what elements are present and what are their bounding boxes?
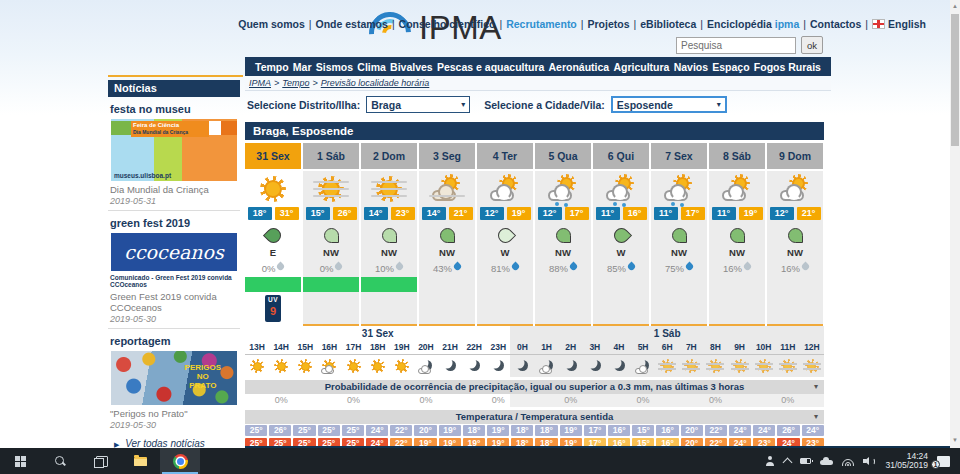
day-tab[interactable]: 5 Qua: [535, 143, 591, 169]
top-link[interactable]: Contactos: [810, 18, 861, 30]
day-tab[interactable]: 4 Ter: [477, 143, 533, 169]
top-link[interactable]: Conselho científico: [399, 18, 496, 30]
weather-icon-sun-cloud-rain: [661, 173, 697, 205]
chrome-icon: [173, 454, 188, 469]
news-item-title[interactable]: green fest 2019: [110, 217, 240, 229]
notification-center-icon[interactable]: 1: [937, 456, 950, 467]
chevron-down-icon[interactable]: ▾: [814, 380, 818, 394]
taskbar-search-button[interactable]: [40, 448, 80, 474]
nav-item[interactable]: Espaço: [712, 61, 749, 73]
scroll-up-icon[interactable]: ▲: [950, 0, 960, 12]
nav-item[interactable]: Aeronáutica: [549, 61, 610, 73]
max-temp-badge: 21°: [797, 207, 821, 220]
wifi-icon[interactable]: [842, 457, 854, 466]
uv-value: 9: [265, 305, 281, 318]
day-tab[interactable]: 6 Qui: [593, 143, 649, 169]
breadcrumb-link[interactable]: IPMA: [249, 78, 271, 88]
scrollbar-thumb[interactable]: [951, 14, 959, 146]
battery-icon[interactable]: [800, 458, 811, 464]
start-button[interactable]: [0, 448, 40, 474]
news-item-title[interactable]: reportagem: [110, 335, 240, 347]
top-link[interactable]: English: [888, 18, 926, 30]
breadcrumb-link[interactable]: Tempo: [282, 78, 309, 88]
day-tab[interactable]: 31 Sex: [245, 143, 301, 169]
hour-label: 6H: [655, 341, 679, 355]
chrome-button[interactable]: [160, 448, 200, 474]
temperature-cell: 22°: [390, 425, 412, 436]
hour-label: 2H: [559, 341, 583, 355]
breadcrumb-link[interactable]: Previsão localidade horária: [321, 78, 430, 88]
day-tab[interactable]: 7 Sex: [651, 143, 707, 169]
taskbar-clock[interactable]: 14:24 31/05/2019: [885, 452, 928, 471]
hour-label: 5H: [631, 341, 655, 355]
hour-label: 10H: [752, 341, 776, 355]
weather-icon-haze: [803, 357, 821, 375]
temperature-cell: 19°: [439, 425, 461, 436]
news-sidebar: Notícias festa no museu Feira de Ciência…: [108, 80, 240, 448]
precipitation-probability: 0%: [245, 259, 301, 277]
district-select[interactable]: Braga ▾: [366, 96, 470, 113]
day-tab[interactable]: 2 Dom: [361, 143, 417, 169]
day-weather-icon: [651, 171, 707, 207]
day-tab[interactable]: 9 Dom: [767, 143, 823, 169]
city-select[interactable]: Esposende ▾: [611, 96, 727, 113]
max-temp-badge: 19°: [507, 207, 531, 220]
all-news-link-label: Ver todas notícias: [125, 438, 205, 448]
day-column: 6 Qui11°16°W85%: [593, 143, 649, 327]
droplet-icon: [743, 262, 753, 272]
sidebar-accent-line: [108, 75, 243, 77]
chevron-down-icon[interactable]: ▾: [814, 410, 818, 424]
hourly-weather-cell: [438, 355, 462, 377]
uv-label: UV: [265, 295, 281, 305]
all-news-link[interactable]: ▶ Ver todas notícias: [114, 438, 240, 448]
news-arrow-icon: ▶: [114, 441, 119, 448]
tray-chevron-up-icon[interactable]: [783, 458, 793, 468]
day-tab[interactable]: 1 Sáb: [303, 143, 359, 169]
day-tab[interactable]: 8 Sáb: [709, 143, 765, 169]
status-bar: [419, 277, 475, 292]
onedrive-icon[interactable]: [820, 460, 833, 465]
people-icon[interactable]: [765, 456, 775, 466]
temperature-section-header: Temperatura / Temperatura sentida ▾: [245, 410, 824, 424]
search-input[interactable]: [676, 37, 796, 54]
day-tab[interactable]: 3 Seg: [419, 143, 475, 169]
nav-item[interactable]: Navios: [674, 61, 708, 73]
search-ok-button[interactable]: ok: [801, 36, 823, 54]
nav-item[interactable]: Bivalves: [390, 61, 433, 73]
nav-item[interactable]: Mar: [293, 61, 312, 73]
top-link[interactable]: Onde estamos: [316, 18, 388, 30]
droplet-icon: [334, 262, 344, 272]
top-link[interactable]: Quem somos: [238, 18, 305, 30]
news-item-title[interactable]: festa no museu: [110, 103, 240, 115]
news-item-image[interactable]: Feira de Ciência Dia Mundial da Criança …: [111, 119, 237, 181]
min-temp-badge: 11°: [596, 207, 620, 220]
poster-title: Feira de Ciência: [133, 122, 179, 128]
news-item-image[interactable]: ccoceanos: [111, 233, 237, 271]
vertical-scrollbar[interactable]: ▲ ▼: [950, 0, 960, 448]
temperature-cell: 25°: [293, 425, 315, 436]
nav-item[interactable]: Fogos Rurais: [754, 61, 821, 73]
top-link[interactable]: eBiblioteca: [640, 18, 696, 30]
top-link[interactable]: Projetos: [588, 18, 630, 30]
nav-item[interactable]: Clima: [357, 61, 386, 73]
file-explorer-button[interactable]: [120, 448, 160, 474]
top-link[interactable]: Recrutamento: [506, 18, 577, 30]
volume-icon[interactable]: [863, 457, 876, 466]
nav-item[interactable]: Tempo: [255, 61, 289, 73]
top-link[interactable]: ipma: [775, 18, 800, 30]
droplet-icon: [569, 262, 579, 272]
wind-direction-icon: [593, 223, 649, 247]
day-column: 8 Sáb11°19°NW16%: [709, 143, 765, 327]
precipitation-cell: 0%: [245, 394, 317, 407]
temperature-title: Temperatura / Temperatura sentida: [456, 411, 614, 422]
news-item-image[interactable]: PERIGOS NO PRATO: [111, 351, 237, 405]
nav-item[interactable]: Sismos: [316, 61, 353, 73]
nav-item[interactable]: Pescas e aquacultura: [437, 61, 544, 73]
hour-label: 9H: [728, 341, 752, 355]
nav-item[interactable]: Agricultura: [613, 61, 669, 73]
news-item-date: 2019-05-31: [110, 196, 240, 206]
task-view-button[interactable]: [80, 448, 120, 474]
scroll-down-icon[interactable]: ▼: [950, 434, 960, 446]
link-separator: |: [499, 18, 502, 30]
top-link[interactable]: Enciclopédia: [707, 18, 772, 30]
